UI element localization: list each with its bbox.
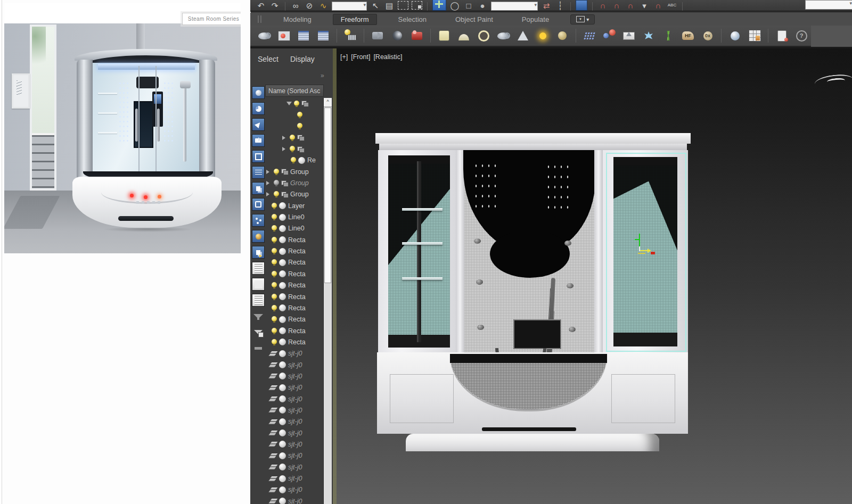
visibility-bulb-icon[interactable]: [272, 237, 277, 243]
explorer-row[interactable]: [265, 132, 323, 143]
visibility-bulb-icon[interactable]: [274, 169, 279, 175]
camera-dark-sphere-button[interactable]: [390, 28, 405, 43]
snap-magnet-icon[interactable]: ∩: [653, 0, 663, 11]
align-icon[interactable]: ┆: [555, 0, 566, 11]
viewport-pov-menu[interactable]: [+]: [340, 53, 348, 61]
explorer-row[interactable]: Recta: [265, 325, 323, 336]
undo-icon[interactable]: ↶: [256, 0, 266, 11]
explorer-row[interactable]: sjt-j0: [265, 495, 323, 504]
list-view-2-button[interactable]: [252, 294, 265, 307]
display-cameras-button[interactable]: [252, 134, 265, 147]
clipboard-button[interactable]: [774, 28, 789, 43]
visibility-bulb-icon[interactable]: [274, 180, 279, 186]
visibility-bulb-icon[interactable]: [272, 259, 277, 266]
explorer-row[interactable]: sjt-j0: [265, 450, 323, 461]
hidden-state-icon[interactable]: [269, 362, 277, 368]
select-object-icon[interactable]: ↖: [370, 0, 381, 11]
snowflake-button[interactable]: [641, 28, 656, 43]
visibility-bulb-icon[interactable]: [297, 112, 302, 118]
ox-sphere-button[interactable]: 0x: [700, 28, 715, 43]
visibility-bulb-icon[interactable]: [297, 123, 302, 129]
explorer-row[interactable]: sjt-j0: [265, 439, 323, 450]
select-and-rotate-icon[interactable]: ◯: [449, 0, 460, 11]
bind-to-spacewarp-icon[interactable]: ∿: [318, 0, 329, 11]
name-column-header[interactable]: Name (Sorted Asc: [265, 85, 324, 97]
collapse-bar-button[interactable]: [252, 342, 265, 354]
particle-dot-grid-button[interactable]: [582, 28, 597, 43]
filter-combinations-button[interactable]: [252, 326, 265, 338]
visibility-bulb-icon[interactable]: [272, 248, 277, 254]
use-center-icon[interactable]: ●: [477, 0, 488, 11]
explorer-row[interactable]: sjt-j0: [265, 348, 323, 359]
envelope-arrow-button[interactable]: [621, 28, 636, 43]
explorer-row[interactable]: Group: [265, 177, 323, 188]
explorer-row[interactable]: Group: [265, 166, 323, 177]
explorer-row[interactable]: [265, 121, 323, 132]
list-view-button[interactable]: [252, 262, 265, 275]
render-setup-panel-button[interactable]: [276, 28, 291, 43]
named-selection-sets-icon[interactable]: ABC: [667, 0, 677, 11]
tab-freeform[interactable]: Freeform: [333, 14, 377, 25]
select-and-scale-icon[interactable]: □: [463, 0, 474, 11]
explorer-row[interactable]: sjt-j0: [265, 473, 323, 484]
light-dome-button[interactable]: [456, 28, 471, 43]
visibility-bulb-icon[interactable]: [272, 294, 277, 300]
scrollbar-up-arrow[interactable]: ^: [324, 98, 332, 107]
scrollbar-thumb[interactable]: [324, 108, 331, 283]
geosphere-button[interactable]: [727, 28, 742, 43]
explorer-row[interactable]: Recta: [265, 234, 323, 245]
hidden-state-icon[interactable]: [269, 430, 277, 436]
hidden-state-icon[interactable]: [269, 385, 277, 391]
explorer-row[interactable]: Layer: [265, 200, 323, 211]
explorer-row[interactable]: Re: [265, 155, 323, 166]
selection-filter-combo[interactable]: [332, 2, 367, 11]
mirror-icon[interactable]: ⇄: [541, 0, 552, 11]
display-shapes-button[interactable]: [252, 102, 265, 115]
explorer-row[interactable]: Recta: [265, 280, 323, 291]
ribbon-overflow-button[interactable]: ▾▾: [570, 14, 595, 24]
visibility-bulb-icon[interactable]: [290, 135, 295, 141]
display-geometry-button[interactable]: [252, 86, 265, 99]
menu-select[interactable]: Select: [258, 55, 278, 63]
selection-filter-funnel-button[interactable]: [252, 310, 265, 323]
explorer-row[interactable]: Recta: [265, 314, 323, 325]
explorer-row[interactable]: Recta: [265, 268, 323, 279]
display-lights-button[interactable]: [252, 118, 265, 131]
expand-arrow-icon[interactable]: [282, 136, 288, 140]
redo-icon[interactable]: ↷: [269, 0, 280, 11]
reference-coordinate-combo[interactable]: [491, 2, 538, 11]
expand-arrow-icon[interactable]: [266, 170, 272, 174]
unlink-selection-icon[interactable]: ⊘: [304, 0, 315, 11]
hidden-state-icon[interactable]: [269, 487, 277, 493]
explorer-overflow-chevrons[interactable]: »: [321, 72, 324, 79]
visibility-bulb-icon[interactable]: [272, 282, 277, 288]
visibility-bulb-icon[interactable]: [272, 214, 277, 220]
viewport-shading-menu[interactable]: [Realistic]: [373, 53, 402, 61]
spinner-snap-toggle-icon[interactable]: ▾: [639, 0, 650, 11]
explorer-row[interactable]: [265, 98, 323, 109]
explorer-row[interactable]: sjt-j0: [265, 393, 323, 404]
hidden-state-icon[interactable]: [269, 464, 277, 470]
explorer-row[interactable]: sjt-j0: [265, 427, 323, 439]
explorer-row[interactable]: sjt-j0: [265, 382, 323, 393]
camera-red-button[interactable]: [409, 28, 424, 43]
explorer-scrollbar[interactable]: ^: [323, 98, 332, 504]
expand-arrow-icon[interactable]: [282, 147, 288, 151]
tab-modeling[interactable]: Modeling: [276, 14, 319, 24]
select-and-move[interactable]: [432, 0, 446, 11]
tab-populate[interactable]: Populate: [514, 14, 556, 24]
display-helpers-button[interactable]: [252, 150, 265, 163]
data-table-2-button[interactable]: [316, 28, 331, 43]
tab-object-paint[interactable]: Object Paint: [448, 14, 501, 24]
explorer-row[interactable]: sjt-j0: [265, 416, 323, 427]
camera-gray-button[interactable]: [370, 28, 385, 43]
hidden-state-icon[interactable]: [269, 407, 277, 413]
collapse-arrow-icon[interactable]: [286, 102, 292, 108]
viewport[interactable]: [+] [Front] [Realistic]: [333, 47, 852, 504]
data-table-button[interactable]: [296, 28, 311, 43]
hf-hand-button[interactable]: HF: [681, 28, 695, 43]
snaps-toggle-icon[interactable]: ∩: [597, 0, 608, 11]
explorer-row[interactable]: Recta: [265, 245, 323, 257]
hidden-state-icon[interactable]: [269, 476, 277, 482]
percent-snap-toggle-icon[interactable]: ∩: [625, 0, 636, 11]
